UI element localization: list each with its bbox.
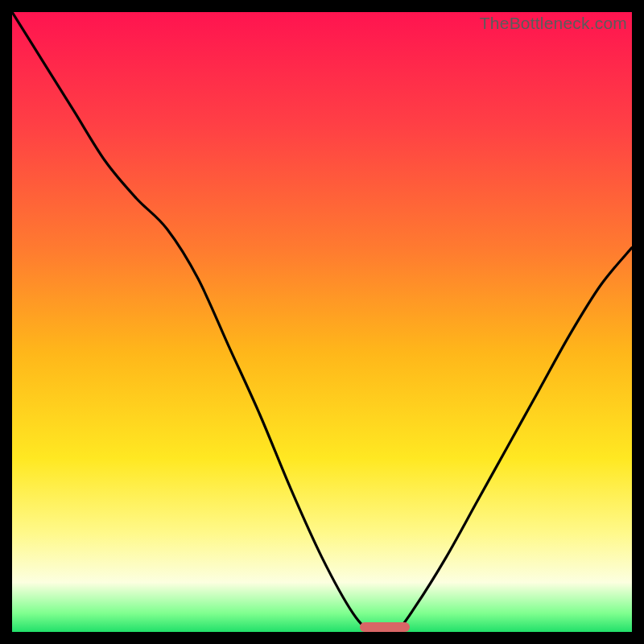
optimal-range-marker [360,622,410,632]
chart-frame: TheBottleneck.com [0,0,644,644]
plot-area: TheBottleneck.com [12,12,632,632]
bottleneck-curve [12,12,632,632]
